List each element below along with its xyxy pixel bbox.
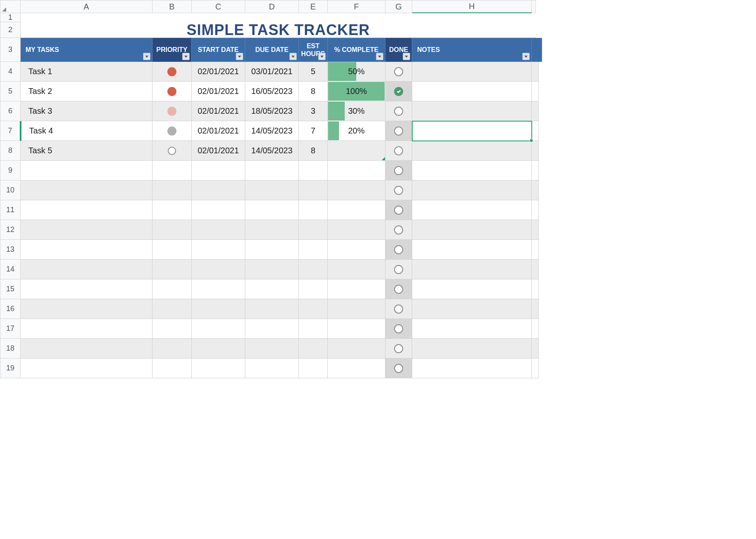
empty-cell[interactable] [328, 359, 385, 378]
col-header-D[interactable]: D [245, 0, 299, 13]
header-tasks[interactable]: MY TASKS [21, 38, 153, 62]
start-date-cell[interactable]: 02/01/2021 [192, 82, 245, 101]
done-cell[interactable] [385, 200, 412, 220]
empty-cell[interactable] [245, 240, 299, 260]
done-cell[interactable] [385, 141, 412, 161]
row-header-12[interactable]: 12 [0, 220, 21, 240]
empty-cell[interactable] [299, 299, 328, 319]
empty-cell[interactable] [153, 299, 192, 319]
row-header-13[interactable]: 13 [0, 240, 21, 260]
empty-cell[interactable] [153, 260, 192, 279]
empty-cell[interactable] [153, 319, 192, 339]
empty-cell[interactable] [299, 319, 328, 339]
filter-dropdown-icon[interactable] [522, 53, 530, 60]
done-cell[interactable] [385, 161, 412, 180]
priority-cell[interactable] [153, 62, 192, 82]
empty-cell[interactable] [412, 240, 532, 260]
header-est[interactable]: EST HOURS [299, 38, 328, 62]
empty-cell[interactable] [412, 220, 532, 240]
row-header-4[interactable]: 4 [0, 62, 21, 82]
header-pct[interactable]: % COMPLETE [328, 38, 385, 62]
col-header-B[interactable]: B [153, 0, 192, 13]
empty-cell[interactable] [21, 319, 153, 339]
filter-dropdown-icon[interactable] [143, 53, 150, 60]
empty-cell[interactable] [245, 339, 299, 359]
start-date-cell[interactable]: 02/01/2021 [192, 62, 245, 82]
empty-cell[interactable] [328, 299, 385, 319]
empty-cell[interactable] [153, 339, 192, 359]
row-header-11[interactable]: 11 [0, 200, 21, 220]
done-cell[interactable] [385, 180, 412, 200]
row-header-16[interactable]: 16 [0, 299, 21, 319]
row-header-6[interactable]: 6 [0, 101, 21, 121]
empty-cell[interactable] [412, 260, 532, 279]
header-due[interactable]: DUE DATE [245, 38, 299, 62]
pct-complete-cell[interactable]: 50% [328, 62, 385, 82]
start-date-cell[interactable]: 02/01/2021 [192, 121, 245, 141]
due-date-cell[interactable]: 14/05/2023 [245, 121, 299, 141]
empty-cell[interactable] [21, 299, 153, 319]
empty-cell[interactable] [192, 180, 245, 200]
empty-cell[interactable] [192, 299, 245, 319]
empty-cell[interactable] [328, 200, 385, 220]
priority-cell[interactable] [153, 101, 192, 121]
empty-cell[interactable] [299, 220, 328, 240]
empty-cell[interactable] [192, 260, 245, 279]
row-header-14[interactable]: 14 [0, 260, 21, 279]
empty-cell[interactable] [192, 200, 245, 220]
empty-cell[interactable] [299, 279, 328, 299]
est-hours-cell[interactable]: 5 [299, 62, 328, 82]
priority-cell[interactable] [153, 141, 192, 161]
empty-cell[interactable] [299, 339, 328, 359]
empty-cell[interactable] [412, 161, 532, 180]
empty-cell[interactable] [245, 220, 299, 240]
empty-cell[interactable] [21, 339, 153, 359]
filter-dropdown-icon[interactable] [182, 53, 190, 60]
header-notes[interactable]: NOTES [412, 38, 532, 62]
empty-cell[interactable] [299, 260, 328, 279]
empty-cell[interactable] [153, 200, 192, 220]
due-date-cell[interactable]: 18/05/2023 [245, 101, 299, 121]
task-cell[interactable]: Task 1 [21, 62, 153, 82]
col-header-E[interactable]: E [299, 0, 328, 13]
empty-cell[interactable] [299, 180, 328, 200]
empty-cell[interactable] [328, 279, 385, 299]
empty-cell[interactable] [328, 161, 385, 180]
due-date-cell[interactable]: 16/05/2023 [245, 82, 299, 101]
done-cell[interactable] [385, 220, 412, 240]
empty-cell[interactable] [412, 299, 532, 319]
row-header-2[interactable]: 2 [0, 22, 21, 38]
empty-cell[interactable] [412, 339, 532, 359]
empty-cell[interactable] [245, 260, 299, 279]
col-header-A[interactable]: A [21, 0, 153, 13]
empty-cell[interactable] [21, 359, 153, 378]
row-header-18[interactable]: 18 [0, 339, 21, 359]
empty-cell[interactable] [245, 319, 299, 339]
row-header-5[interactable]: 5 [0, 82, 21, 101]
empty-cell[interactable] [299, 240, 328, 260]
col-header-C[interactable]: C [192, 0, 245, 13]
due-date-cell[interactable]: 03/01/2021 [245, 62, 299, 82]
filter-dropdown-icon[interactable] [376, 53, 383, 60]
est-hours-cell[interactable]: 8 [299, 141, 328, 161]
empty-cell[interactable] [192, 279, 245, 299]
start-date-cell[interactable]: 02/01/2021 [192, 141, 245, 161]
task-cell[interactable]: Task 4 [21, 121, 153, 141]
empty-cell[interactable] [328, 319, 385, 339]
done-cell[interactable] [385, 82, 412, 101]
row-header-1[interactable]: 1 [0, 13, 21, 22]
row-header-19[interactable]: 19 [0, 359, 21, 378]
notes-cell[interactable] [412, 82, 532, 101]
pct-complete-cell[interactable] [328, 141, 385, 161]
header-priority[interactable]: PRIORITY [153, 38, 192, 62]
row-header-9[interactable]: 9 [0, 161, 21, 180]
empty-cell[interactable] [245, 161, 299, 180]
empty-cell[interactable] [192, 220, 245, 240]
pct-complete-cell[interactable]: 100% [328, 82, 385, 101]
filter-dropdown-icon[interactable] [289, 53, 297, 60]
empty-cell[interactable] [299, 161, 328, 180]
notes-cell[interactable] [412, 62, 532, 82]
header-start[interactable]: START DATE [192, 38, 245, 62]
priority-cell[interactable] [153, 121, 192, 141]
row-header-8[interactable]: 8 [0, 141, 21, 161]
